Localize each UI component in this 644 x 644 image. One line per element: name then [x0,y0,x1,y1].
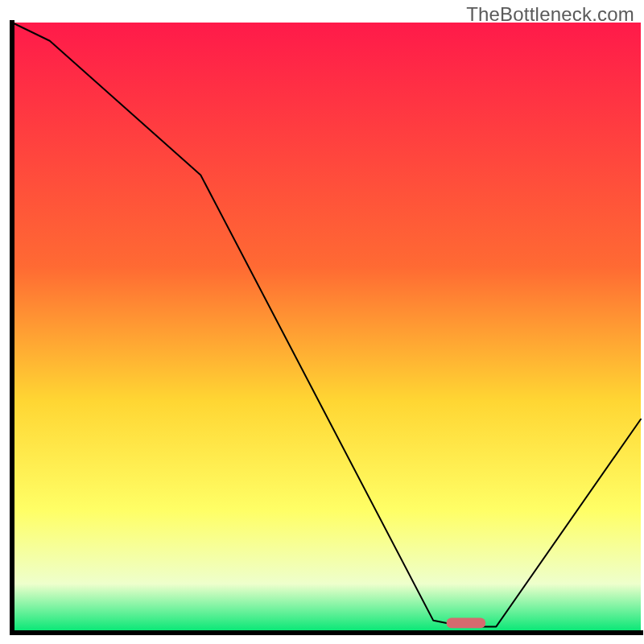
chart-svg [0,0,644,644]
watermark-text: TheBottleneck.com [466,3,634,26]
svg-rect-0 [12,23,641,633]
optimum-marker [447,617,485,628]
plot-area [12,23,641,633]
bottleneck-chart: TheBottleneck.com [0,0,644,644]
